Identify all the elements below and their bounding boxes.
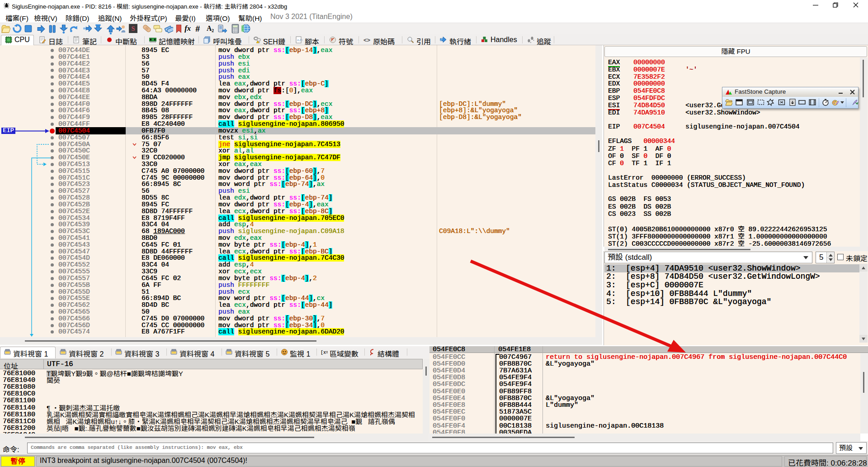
svg-text:fx: fx: [184, 24, 191, 33]
svg-text:[x=]: [x=]: [321, 350, 328, 355]
svg-text:</>: </>: [297, 38, 302, 42]
svg-text:A: A: [207, 24, 212, 32]
svg-text:2: 2: [212, 28, 214, 33]
svg-text:<>: <>: [363, 37, 371, 43]
svg-text:S: S: [131, 25, 135, 32]
svg-text:#: #: [195, 24, 200, 33]
